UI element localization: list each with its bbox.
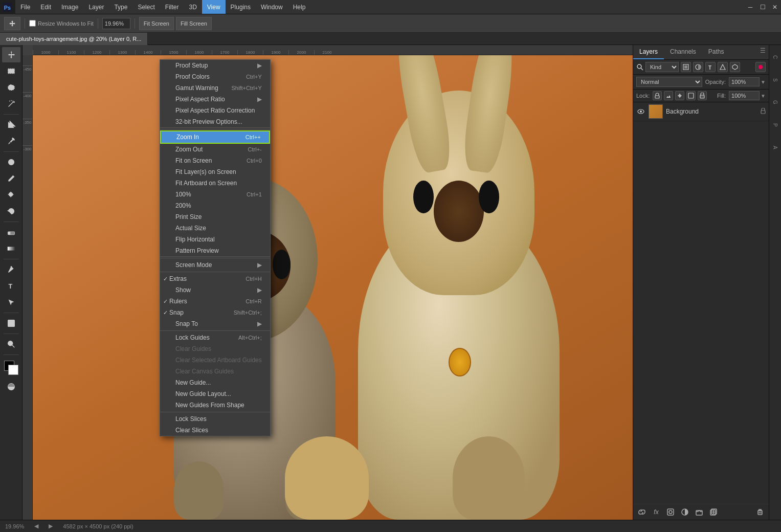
move-tool-option[interactable]	[4, 17, 20, 30]
menu-layer[interactable]: Layer	[83, 0, 109, 14]
lock-artboard-icon[interactable]	[686, 91, 696, 100]
menu-item-fit-on-screen[interactable]: Fit on Screen Ctrl+0	[160, 155, 270, 166]
close-button[interactable]: ✕	[769, 0, 781, 14]
menu-image[interactable]: Image	[56, 0, 83, 14]
filter-shape-icon[interactable]	[718, 62, 728, 72]
magic-wand-tool[interactable]	[2, 96, 20, 112]
menu-item-clear-slices[interactable]: Clear Slices	[160, 425, 270, 436]
status-nav-next[interactable]: ▶	[49, 523, 53, 529]
menu-item-actual-size[interactable]: Actual Size	[160, 223, 270, 234]
background-color[interactable]	[8, 365, 18, 375]
fill-input[interactable]	[729, 91, 760, 100]
filter-pixel-icon[interactable]	[681, 62, 691, 72]
eraser-tool[interactable]	[2, 225, 20, 240]
layer-fx-button[interactable]: fx	[651, 506, 662, 518]
maximize-button[interactable]: ☐	[756, 0, 769, 14]
menu-item-200-percent[interactable]: 200%	[160, 200, 270, 211]
menu-view[interactable]: View	[202, 0, 226, 14]
menu-item-screen-mode[interactable]: Screen Mode ▶	[160, 259, 270, 271]
quick-mask-toggle[interactable]	[2, 379, 20, 394]
menu-item-32bit-preview[interactable]: 32-bit Preview Options...	[160, 116, 270, 127]
menu-item-lock-guides[interactable]: Lock Guides Alt+Ctrl+;	[160, 332, 270, 343]
gradient-panel-icon[interactable]: G	[770, 92, 780, 113]
menu-3d[interactable]: 3D	[184, 0, 202, 14]
menu-item-snap-to[interactable]: Snap To ▶	[160, 318, 270, 329]
menu-item-zoom-out[interactable]: Zoom Out Ctrl+-	[160, 144, 270, 155]
healing-brush-tool[interactable]	[2, 154, 20, 170]
delete-layer-button[interactable]	[754, 506, 766, 518]
rectangle-select-tool[interactable]	[2, 63, 20, 79]
menu-file[interactable]: File	[15, 0, 35, 14]
zoom-tool[interactable]	[2, 337, 20, 352]
menu-item-gamut-warning[interactable]: Gamut Warning Shift+Ctrl+Y	[160, 82, 270, 94]
clone-stamp-tool[interactable]	[2, 187, 20, 203]
lock-all-icon[interactable]	[698, 91, 707, 100]
zoom-input[interactable]	[102, 18, 130, 29]
menu-select[interactable]: Select	[132, 0, 160, 14]
lasso-tool[interactable]	[2, 80, 20, 95]
path-select-tool[interactable]	[2, 295, 20, 310]
menu-item-100-percent[interactable]: 100% Ctrl+1	[160, 189, 270, 200]
menu-item-fit-artboard-on-screen[interactable]: Fit Artboard on Screen	[160, 178, 270, 189]
menu-help[interactable]: Help	[288, 0, 311, 14]
shape-tool[interactable]	[2, 316, 20, 331]
crop-tool[interactable]	[2, 117, 20, 132]
menu-item-flip-horizontal[interactable]: Flip Horizontal	[160, 234, 270, 245]
new-layer-button[interactable]	[708, 506, 719, 518]
menu-item-fit-layers-on-screen[interactable]: Fit Layer(s) on Screen	[160, 166, 270, 178]
menu-item-proof-setup[interactable]: Proof Setup ▶	[160, 60, 270, 71]
properties-panel-icon[interactable]: P	[770, 115, 780, 135]
layer-mask-button[interactable]	[665, 506, 676, 518]
tab-paths[interactable]: Paths	[702, 45, 730, 59]
menu-type[interactable]: Type	[109, 0, 132, 14]
menu-item-proof-colors[interactable]: Proof Colors Ctrl+Y	[160, 71, 270, 82]
filter-smart-icon[interactable]	[730, 62, 740, 72]
lock-transparent-icon[interactable]	[653, 91, 662, 100]
color-panel-icon[interactable]: C	[770, 47, 780, 68]
menu-item-lock-slices[interactable]: Lock Slices	[160, 413, 270, 425]
resize-checkbox[interactable]	[29, 20, 36, 27]
layer-adjustment-button[interactable]	[679, 506, 690, 518]
history-brush-tool[interactable]	[2, 204, 20, 219]
adjustments-panel-icon[interactable]: A	[770, 137, 780, 158]
panel-options-btn[interactable]: ☰	[757, 45, 769, 59]
menu-window[interactable]: Window	[256, 0, 288, 14]
opacity-input[interactable]	[729, 77, 760, 86]
menu-filter[interactable]: Filter	[160, 0, 184, 14]
eyedropper-tool[interactable]	[2, 134, 20, 149]
filter-type-icon[interactable]: T	[705, 62, 716, 72]
gradient-tool[interactable]	[2, 241, 20, 256]
menu-item-extras[interactable]: Extras Ctrl+H	[160, 273, 270, 284]
menu-item-snap[interactable]: Snap Shift+Ctrl+;	[160, 307, 270, 318]
menu-item-new-guide[interactable]: New Guide...	[160, 377, 270, 388]
lock-image-icon[interactable]	[664, 91, 673, 100]
move-tool[interactable]	[2, 47, 20, 62]
fit-screen-button[interactable]: Fit Screen	[139, 17, 174, 30]
menu-item-zoom-in[interactable]: Zoom In Ctrl++	[160, 130, 270, 144]
layer-row-background[interactable]: Background	[633, 102, 769, 121]
menu-item-rulers[interactable]: Rulers Ctrl+R	[160, 296, 270, 307]
file-tab-active[interactable]: cute-plush-toys-arrangement.jpg @ 20% (L…	[0, 33, 148, 45]
menu-item-pixel-aspect-ratio[interactable]: Pixel Aspect Ratio ▶	[160, 94, 270, 105]
menu-plugins[interactable]: Plugins	[226, 0, 256, 14]
menu-edit[interactable]: Edit	[35, 0, 56, 14]
opacity-arrow[interactable]: ▼	[761, 79, 766, 85]
layer-link-button[interactable]	[636, 506, 648, 518]
tab-layers[interactable]: Layers	[633, 45, 664, 59]
minimize-button[interactable]: ─	[744, 0, 756, 14]
status-nav-prev[interactable]: ◀	[34, 523, 38, 529]
tab-channels[interactable]: Channels	[664, 45, 702, 59]
blend-mode-select[interactable]: Normal Multiply Screen Overlay Soft Ligh…	[636, 77, 702, 87]
filter-active-indicator[interactable]	[755, 62, 766, 72]
layer-visibility-toggle[interactable]	[636, 107, 645, 116]
filter-kind-select[interactable]: Kind Name Effect Mode Attribute Color	[645, 62, 679, 72]
menu-item-new-guide-layout[interactable]: New Guide Layout...	[160, 388, 270, 400]
menu-item-print-size[interactable]: Print Size	[160, 211, 270, 223]
fill-arrow[interactable]: ▼	[761, 93, 766, 99]
color-swatches[interactable]	[2, 360, 20, 376]
menu-item-pixel-aspect-correction[interactable]: Pixel Aspect Ratio Correction	[160, 105, 270, 116]
brush-tool[interactable]	[2, 171, 20, 186]
menu-item-pattern-preview[interactable]: Pattern Preview	[160, 245, 270, 256]
layer-group-button[interactable]	[694, 506, 705, 518]
pen-tool[interactable]	[2, 262, 20, 277]
